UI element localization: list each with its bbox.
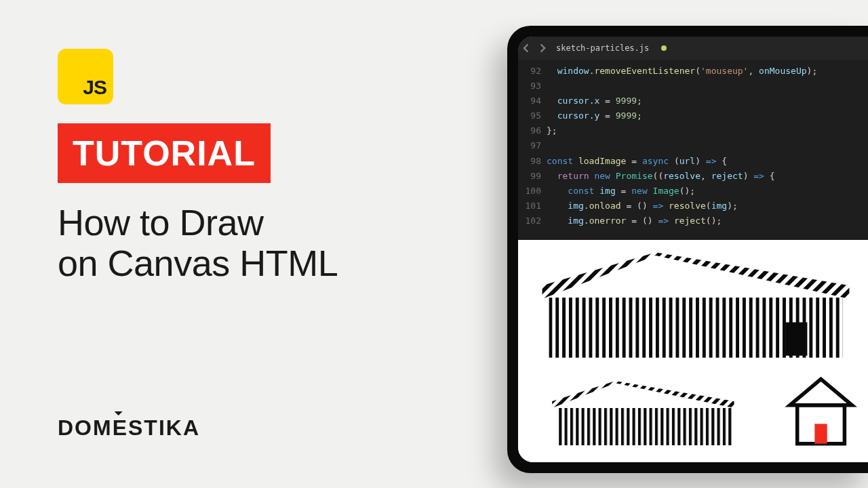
tablet-device: sketch-particles.js 92 window.removeEven…	[507, 26, 868, 473]
svg-rect-6	[557, 408, 732, 445]
code-line[interactable]: 100 const img = new Image();	[518, 184, 868, 199]
code-line[interactable]: 96};	[518, 123, 868, 138]
code-line[interactable]: 101 img.onload = () => resolve(img);	[518, 199, 868, 214]
chevron-right-icon[interactable]	[537, 43, 547, 53]
svg-rect-4	[786, 323, 808, 356]
svg-marker-2	[542, 252, 850, 299]
editor-tabbar: sketch-particles.js	[518, 37, 868, 60]
code-area[interactable]: 92 window.removeEventListener('mouseup',…	[518, 60, 868, 228]
code-line[interactable]: 93	[518, 79, 868, 94]
svg-marker-5	[552, 381, 734, 408]
house-small-graphic	[776, 374, 866, 449]
domestika-brand: DOMESTIKA	[58, 415, 200, 441]
tablet-screen: sketch-particles.js 92 window.removeEven…	[518, 37, 868, 462]
chevron-left-icon[interactable]	[522, 43, 532, 53]
editor-tab[interactable]: sketch-particles.js	[556, 43, 649, 53]
canvas-output	[518, 240, 868, 462]
unsaved-dot-icon	[661, 45, 667, 51]
page-title: How to Draw on Canvas HTML	[58, 202, 410, 284]
tutorial-badge: TUTORIAL	[58, 123, 271, 183]
title-line-2: on Canvas HTML	[58, 243, 338, 283]
house-medium-graphic	[522, 381, 765, 449]
js-logo-icon: JS	[58, 49, 113, 104]
house-large-graphic	[522, 247, 868, 365]
svg-marker-7	[790, 379, 852, 405]
code-line[interactable]: 97	[518, 138, 868, 153]
title-line-1: How to Draw	[58, 202, 264, 243]
code-line[interactable]: 98const loadImage = async (url) => {	[518, 154, 868, 169]
code-line[interactable]: 92 window.removeEventListener('mouseup',…	[518, 64, 868, 79]
code-line[interactable]: 94 cursor.x = 9999;	[518, 94, 868, 108]
code-line[interactable]: 95 cursor.y = 9999;	[518, 108, 868, 123]
code-line[interactable]: 102 img.onerror = () => reject();	[518, 214, 868, 228]
code-line[interactable]: 99 return new Promise((resolve, reject) …	[518, 169, 868, 184]
code-editor: sketch-particles.js 92 window.removeEven…	[518, 37, 868, 240]
svg-rect-9	[815, 424, 827, 443]
